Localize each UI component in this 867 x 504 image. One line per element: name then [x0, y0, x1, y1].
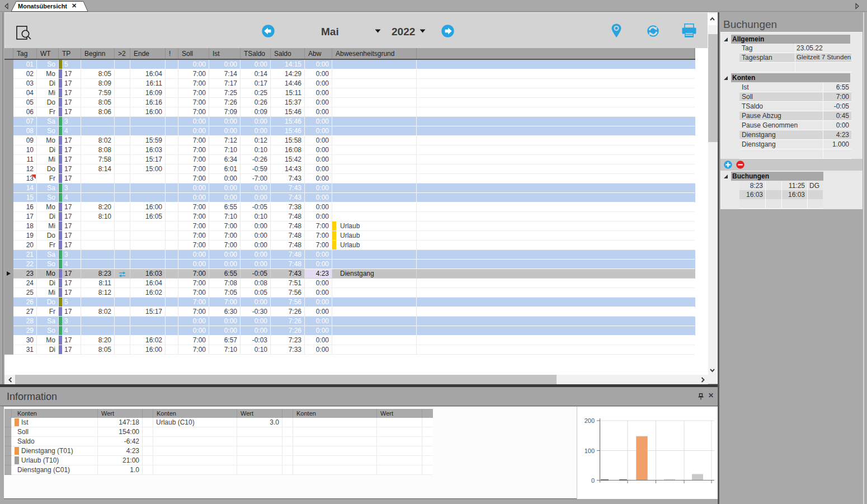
svg-text:100: 100 [585, 448, 595, 454]
svg-text:0: 0 [591, 477, 595, 484]
svg-text:200: 200 [585, 417, 595, 424]
